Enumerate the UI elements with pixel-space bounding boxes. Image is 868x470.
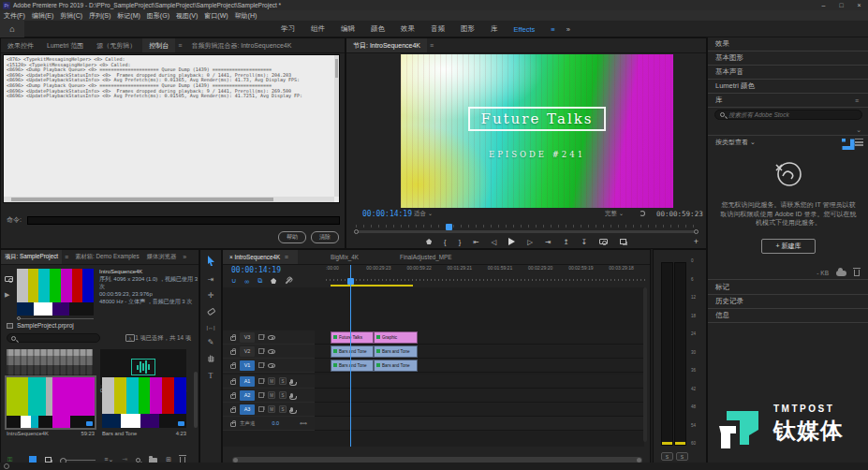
lock-icon[interactable] — [230, 380, 236, 385]
tab-sequence-finaladjusted[interactable]: FinalAdjusted_MPE — [393, 254, 458, 260]
tab-media-browser[interactable]: 媒体浏览器 — [143, 253, 180, 261]
clip-bars-and-tone[interactable]: Bars and Tone — [331, 345, 374, 358]
menu-file[interactable]: 文件(F) — [4, 11, 25, 21]
workspace-tab-color[interactable]: 颜色 — [371, 24, 385, 34]
sync-lock-icon[interactable] — [258, 378, 264, 384]
tab-lumetri-color[interactable]: Lumetri 颜色 — [708, 80, 868, 94]
selection-tool[interactable] — [207, 256, 215, 268]
pen-tool[interactable]: ✎ — [208, 338, 214, 346]
clip-future-talks[interactable]: Future Talks — [331, 331, 374, 344]
menu-graphics[interactable]: 图形(G) — [147, 11, 169, 21]
tab-lumetri-scopes[interactable]: Lumetri 范围 — [40, 41, 90, 51]
mark-out-icon[interactable]: } — [459, 238, 462, 246]
voiceover-record-icon[interactable] — [290, 407, 293, 412]
track-label-v3[interactable]: V3 — [240, 332, 255, 343]
panel-menu-icon[interactable]: ≡ — [62, 254, 71, 260]
maximize-button[interactable]: □ — [832, 0, 850, 10]
home-icon[interactable]: ⌂ — [0, 21, 24, 37]
library-search-input[interactable] — [728, 111, 841, 118]
go-to-in-icon[interactable]: ⇤ — [473, 238, 478, 246]
track-lane-a1[interactable] — [315, 375, 644, 389]
mute-button[interactable]: M — [268, 405, 275, 413]
hand-tool[interactable] — [207, 354, 215, 364]
lift-icon[interactable]: ↥ — [563, 238, 568, 246]
panel-menu-icon[interactable]: ≡ — [852, 97, 861, 104]
step-back-icon[interactable]: ◁ — [491, 238, 496, 246]
type-tool[interactable]: T — [209, 372, 213, 380]
library-select[interactable]: ⌄ — [708, 124, 868, 136]
menu-marker[interactable]: 标记(M) — [117, 11, 140, 21]
tab-console[interactable]: 控制台 — [142, 38, 175, 52]
clip-bars-and-tone[interactable]: Bars and Tone — [331, 360, 374, 372]
panel-menu-icon[interactable]: ≡ — [175, 42, 184, 49]
tab-libraries-panel[interactable]: 库 ≡ — [708, 94, 868, 108]
workspace-tab-assembly[interactable]: 组件 — [311, 24, 325, 34]
add-marker-icon[interactable] — [426, 239, 432, 244]
razor-tool[interactable] — [207, 307, 215, 317]
command-input[interactable] — [27, 216, 340, 225]
tab-source-monitor[interactable]: 源（无剪辑） — [90, 41, 142, 51]
workspace-tab-audio[interactable]: 音频 — [431, 24, 445, 34]
solo-button[interactable]: S — [279, 391, 287, 399]
preview-scrub-slider[interactable] — [17, 316, 94, 320]
zoom-handle-left[interactable] — [354, 229, 359, 234]
lock-icon[interactable] — [230, 422, 236, 427]
menu-edit[interactable]: 编辑(E) — [32, 11, 53, 21]
project-vscrollbar[interactable] — [194, 372, 198, 428]
poster-frame-icon[interactable] — [5, 276, 13, 282]
find-icon[interactable] — [136, 458, 140, 463]
workspace-tab-effects-custom[interactable]: Effects — [514, 25, 536, 34]
track-label-a2[interactable]: A2 — [240, 390, 255, 401]
zoom-handle-right[interactable] — [694, 229, 699, 234]
button-editor-icon[interactable]: + — [694, 237, 699, 246]
project-item-bars-and-tone[interactable]: Bars and Tone 4:23 — [102, 377, 186, 428]
menu-help[interactable]: 帮助(H) — [235, 11, 257, 21]
track-lane-v1[interactable]: Bars and Tone Bars and Tone — [315, 359, 644, 373]
mute-button[interactable]: M — [268, 391, 275, 399]
track-visibility-icon[interactable] — [268, 335, 275, 340]
filter-bin-icon[interactable]: 入 — [125, 334, 135, 342]
play-icon[interactable] — [508, 238, 515, 245]
mark-in-icon[interactable]: { — [444, 238, 447, 246]
view-by-type-control[interactable]: 按类型查看 ⌄ — [708, 136, 868, 149]
solo-right-button[interactable]: S — [676, 452, 688, 461]
tab-program-monitor[interactable]: 节目: IntroSequence4K — [346, 38, 427, 52]
track-lane-a3[interactable] — [315, 403, 644, 417]
track-label-v1[interactable]: V1 — [240, 360, 255, 371]
track-label-v2[interactable]: V2 — [240, 346, 255, 357]
preview-thumbnail[interactable] — [17, 269, 94, 316]
zoom-level-select[interactable]: 适合 ⌄ — [414, 210, 433, 218]
program-current-timecode[interactable]: 00:00:14:19 — [362, 210, 412, 218]
tab-bin[interactable]: 素材箱: Demo Examples — [71, 253, 143, 261]
help-button[interactable]: 帮助 — [278, 231, 306, 243]
sync-lock-icon[interactable] — [258, 348, 264, 354]
step-forward-icon[interactable]: ▷ — [527, 238, 533, 246]
project-file-row[interactable]: SampleProject.prproj — [7, 322, 74, 329]
workspace-tab-effects[interactable]: 效果 — [401, 24, 415, 34]
solo-button[interactable]: S — [279, 377, 287, 385]
lock-icon[interactable] — [230, 364, 236, 369]
workspace-tab-editing[interactable]: 编辑 — [341, 24, 355, 34]
close-sequence-icon[interactable]: × — [229, 254, 233, 260]
close-button[interactable]: × — [850, 0, 868, 10]
lock-icon[interactable] — [230, 408, 236, 413]
workspace-overflow-icon[interactable]: » — [566, 25, 570, 34]
tab-info-panel[interactable]: 信息 — [708, 309, 868, 323]
comparison-view-icon[interactable] — [620, 239, 626, 244]
sync-lock-icon[interactable] — [258, 392, 264, 398]
tab-effects-panel[interactable]: 效果 — [708, 37, 868, 51]
console-hscrollbar[interactable] — [4, 197, 334, 202]
tab-sequence-active[interactable]: × IntroSequence4K ≡ — [223, 250, 298, 264]
track-select-tool[interactable]: ⇥ — [208, 275, 214, 284]
keyframe-nav-icon[interactable]: ⟺ — [300, 420, 307, 426]
tab-audio-clip-mixer[interactable]: 音频剪辑混合器: IntroSequence4K — [184, 41, 298, 51]
export-frame-icon[interactable] — [599, 239, 608, 244]
track-lane-a2[interactable] — [315, 389, 644, 403]
timeline-settings-icon[interactable] — [286, 277, 292, 284]
go-to-out-icon[interactable]: ⇥ — [545, 238, 551, 246]
add-marker-icon[interactable] — [271, 278, 276, 284]
tab-effect-controls[interactable]: 效果控件 — [1, 41, 40, 51]
tab-sequence-bigmix[interactable]: BigMix_4K — [324, 254, 365, 260]
tab-history-panel[interactable]: 历史记录 — [708, 295, 868, 309]
workspace-tab-learn[interactable]: 学习 — [281, 24, 295, 34]
